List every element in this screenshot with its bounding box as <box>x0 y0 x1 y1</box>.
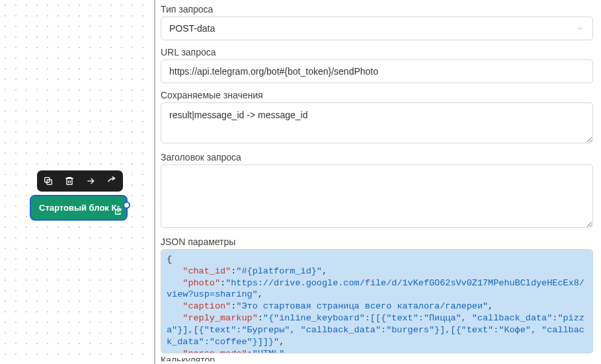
url-input[interactable] <box>161 59 593 83</box>
saved-values-textarea[interactable] <box>161 102 593 143</box>
next-button[interactable] <box>83 174 98 188</box>
copy-button[interactable] <box>41 174 56 188</box>
node-toolbar <box>37 170 123 192</box>
calculator-label: Калькулятор <box>161 355 593 361</box>
headers-label: Заголовок запроса <box>161 152 593 163</box>
share-button[interactable] <box>104 174 119 188</box>
external-link-icon <box>114 207 122 216</box>
url-label: URL запроса <box>161 47 593 57</box>
node-output-port[interactable] <box>123 201 130 209</box>
headers-textarea[interactable] <box>161 164 593 228</box>
request-type-select[interactable]: POST-data <box>161 17 593 40</box>
svg-rect-2 <box>67 178 72 184</box>
delete-button[interactable] <box>62 174 77 188</box>
json-params-label: JSON параметры <box>161 237 593 247</box>
open-block-button[interactable] <box>113 207 122 216</box>
saved-values-label: Сохраняемые значения <box>161 90 593 100</box>
arrow-right-icon <box>85 176 96 186</box>
request-type-label: Тип запроса <box>161 4 593 15</box>
node-title: Стартовый блок Катал <box>39 203 120 213</box>
request-form-panel: Тип запроса POST-data URL запроса Сохран… <box>154 0 601 364</box>
share-icon <box>106 176 117 186</box>
json-params-textarea[interactable]: { "chat_id":"#{platform_id}", "photo":"h… <box>161 249 593 353</box>
request-type-value: POST-data <box>161 17 593 40</box>
start-block-node[interactable]: Стартовый блок Катал <box>30 195 128 221</box>
copy-icon <box>43 176 54 186</box>
trash-icon <box>64 176 75 186</box>
